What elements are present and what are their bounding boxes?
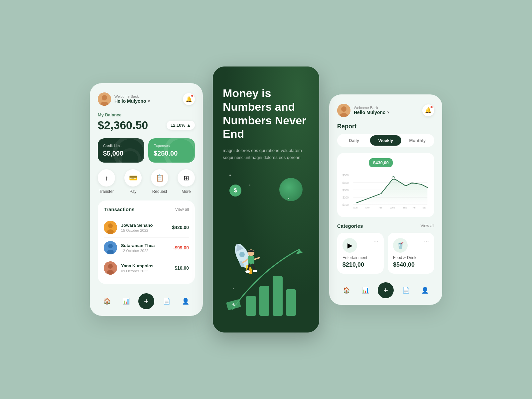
nav-profile[interactable]: 👤 [179, 295, 192, 308]
food-drink-icon: 🥤 [393, 238, 408, 253]
transaction-item: Jowara Sehano 15 October 2022 $420.00 [104, 217, 189, 238]
svg-text:$400: $400 [342, 181, 349, 184]
svg-text:$300: $300 [342, 188, 349, 192]
report-section: Report Daily Weekly Monthly [337, 123, 434, 147]
dollar-float-icon: $ [229, 185, 241, 197]
tab-monthly[interactable]: Monthly [402, 135, 433, 146]
nav-receipt[interactable]: 📄 [160, 295, 173, 308]
nav-receipt-3[interactable]: 📄 [399, 284, 413, 297]
screen-2: Money is Numbers and Numbers Never End m… [213, 66, 319, 332]
transactions-title: Transactions [104, 206, 135, 212]
avatar-3 [337, 104, 350, 117]
expenses-card: Expenses $250.00 [148, 138, 195, 163]
svg-text:$500: $500 [342, 174, 349, 177]
transfer-label: Transfer [99, 189, 114, 194]
chevron-down-icon-3[interactable]: ∨ [387, 110, 389, 114]
tx-date-2: 12 October 2022 [121, 249, 169, 253]
star-dot-3 [288, 198, 289, 199]
svg-point-4 [108, 223, 113, 228]
tab-weekly[interactable]: Weekly [370, 135, 401, 146]
screens-container: Welcome Back Hello Mulyono ∨ 🔔 My Balanc… [76, 53, 456, 346]
screen2-illustration: $ [223, 171, 309, 323]
tx-info-2: Sutaraman Thea 12 October 2022 [121, 243, 169, 253]
line-chart-svg: $500 $400 $300 $200 $100 [342, 171, 429, 210]
credit-limit-label: Credit Limit [103, 144, 139, 148]
svg-rect-13 [259, 286, 269, 316]
balance-label: My Balance [98, 112, 195, 117]
balance-amount: $2,360.50 [98, 119, 148, 132]
tab-row: Daily Weekly Monthly [337, 134, 434, 147]
tx-amount-1: $420.00 [172, 225, 189, 230]
bottom-nav-1: 🏠 📊 + 📄 👤 [98, 291, 195, 309]
svg-point-11 [107, 270, 114, 275]
svg-line-27 [254, 258, 259, 259]
request-action[interactable]: 📋 Request [151, 169, 168, 194]
svg-point-48 [392, 177, 395, 180]
svg-point-5 [107, 229, 114, 234]
svg-text:Wed: Wed [390, 206, 395, 209]
chart-area: $430,00 $500 $400 $300 $200 $100 [337, 153, 434, 217]
screen2-headline: Money is Numbers and Numbers Never End [223, 86, 309, 141]
user-info: Welcome Back Hello Mulyono ∨ [98, 92, 150, 106]
actions-row: ↑ Transfer 💳 Pay 📋 Request ⊞ More [98, 169, 195, 194]
expenses-value: $250.00 [154, 150, 190, 157]
request-label: Request [152, 189, 167, 194]
chart-tooltip: $430,00 [369, 158, 393, 167]
notification-bell-icon-3[interactable]: 🔔 [422, 104, 434, 116]
chevron-down-icon[interactable]: ∨ [148, 99, 150, 103]
transaction-item-2: Sutaraman Thea 12 October 2022 -$99.00 [104, 238, 189, 258]
nav-add-button[interactable]: + [138, 293, 154, 309]
screen-3: Welcome Back Hello Mulyono ∨ 🔔 Report Da… [329, 94, 442, 305]
entertainment-label: Entertainment [342, 255, 378, 260]
categories-title: Categories [337, 223, 363, 229]
tx-avatar-1 [104, 221, 117, 234]
view-all-link[interactable]: View all [175, 207, 189, 212]
tx-amount-2: -$99.00 [173, 245, 189, 250]
notification-bell-icon[interactable]: 🔔 [183, 93, 195, 105]
categories-view-all[interactable]: View all [421, 223, 434, 228]
categories-header: Categories View all [337, 223, 434, 229]
svg-point-35 [341, 106, 346, 112]
balance-section: My Balance $2,360.50 12,10% ▲ [98, 112, 195, 132]
pay-action[interactable]: 💳 Pay [124, 169, 142, 194]
nav-home[interactable]: 🏠 [100, 295, 114, 308]
svg-text:Fri: Fri [413, 206, 416, 209]
svg-point-31 [253, 270, 257, 272]
nav-add-button-3[interactable]: + [378, 282, 394, 298]
tx-amount-3: $10.00 [175, 265, 189, 271]
avatar [98, 92, 111, 106]
food-dots-icon: ··· [424, 238, 429, 245]
nav-profile-3[interactable]: 👤 [418, 284, 432, 297]
transfer-action[interactable]: ↑ Transfer [98, 169, 115, 194]
credit-limit-value: $5,000 [103, 150, 139, 157]
entertainment-icon: ▶ [342, 238, 357, 253]
credit-limit-card: Credit Limit $5,000 [98, 138, 144, 163]
svg-point-30 [245, 270, 250, 273]
tab-daily[interactable]: Daily [338, 135, 369, 146]
transactions-section: Transactions View all Jowara Sehano 15 O… [98, 200, 195, 284]
user-text-3: Welcome Back Hello Mulyono ∨ [354, 106, 389, 115]
tx-name-2: Sutaraman Thea [121, 243, 169, 248]
svg-text:Thu: Thu [403, 206, 407, 209]
more-action[interactable]: ⊞ More [178, 169, 195, 194]
nav-home-3[interactable]: 🏠 [340, 284, 353, 297]
screen3-header: Welcome Back Hello Mulyono ∨ 🔔 [337, 104, 434, 117]
tx-avatar-3 [104, 261, 117, 275]
screen1-header: Welcome Back Hello Mulyono ∨ 🔔 [98, 92, 195, 106]
user-name-3: Hello Mulyono ∨ [354, 110, 389, 115]
food-drink-amount: $540,00 [393, 261, 429, 268]
screen-1: Welcome Back Hello Mulyono ∨ 🔔 My Balanc… [90, 83, 203, 316]
nav-chart-3[interactable]: 📊 [359, 284, 372, 297]
svg-text:Sat: Sat [423, 206, 426, 209]
pay-icon: 💳 [124, 169, 142, 187]
more-icon: ⊞ [178, 169, 195, 187]
percent-value: 12,10% [171, 123, 185, 128]
notification-dot-3 [430, 106, 433, 108]
bottom-nav-3: 🏠 📊 + 📄 👤 [337, 280, 434, 298]
tx-date-3: 09 October 2022 [121, 269, 171, 273]
category-entertainment: ▶ ··· Entertainment $210,00 [337, 233, 384, 274]
nav-chart[interactable]: 📊 [119, 295, 133, 308]
request-icon: 📋 [151, 169, 168, 187]
svg-text:Mon: Mon [365, 206, 370, 209]
star-dot-1 [229, 175, 231, 176]
